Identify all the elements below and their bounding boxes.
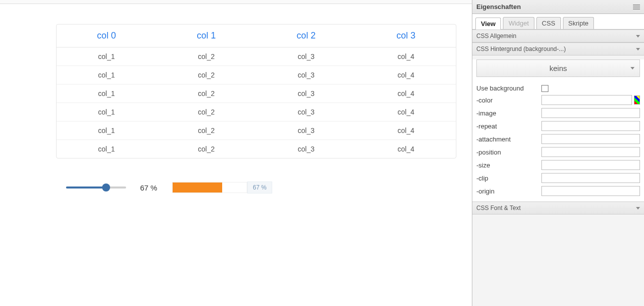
panel-tabs: View Widget CSS Skripte [472,14,644,30]
clip-input[interactable] [541,173,640,183]
cell: col_3 [256,122,356,140]
section-css-font[interactable]: CSS Font & Text [472,202,644,214]
cell: col_3 [256,66,356,84]
color-input[interactable] [541,95,632,105]
table-row: col_1col_2col_3col_4 [57,103,456,122]
prop-image: -image [472,106,644,120]
progress-fill [173,182,222,192]
table-row: col_1col_2col_3col_4 [57,48,456,66]
section-css-allgemein[interactable]: CSS Allgemein [472,30,644,42]
chevron-down-icon [636,207,640,210]
cell: col_2 [157,48,257,66]
panel-menu-icon[interactable] [633,4,640,10]
color-picker-icon[interactable] [634,96,640,104]
progress-widget: 67 % [172,182,272,194]
panel-title: Eigenschaften [476,3,521,10]
slider-fill [66,186,106,188]
prop-attachment: -attachment [472,132,644,146]
prop-repeat: -repeat [472,120,644,132]
table-header: col 3 [356,24,456,48]
cell: col_4 [356,84,456,103]
prop-position: -position [472,146,644,158]
section-body-hintergrund: keins Use background -color -image -repe… [472,60,644,202]
table-header: col 2 [256,24,356,48]
prop-label: -attachment [476,136,541,143]
cell: col_1 [57,84,157,103]
prop-color: -color [472,94,644,106]
slider-widget: 67 % [66,184,157,192]
table-row: col_1col_2col_3col_4 [57,140,456,158]
image-input[interactable] [541,108,640,118]
progress-value-label: 67 % [247,182,272,194]
cell: col_2 [157,140,257,158]
prop-label: -repeat [476,122,541,130]
section-css-hintergrund[interactable]: CSS Hintergrund (background-...) [472,42,644,56]
prop-label: -clip [476,174,541,182]
tab-widget[interactable]: Widget [503,17,534,29]
slider-handle[interactable] [102,184,110,192]
tab-css[interactable]: CSS [536,17,561,29]
table-header-row: col 0 col 1 col 2 col 3 [57,24,456,48]
table-header: col 0 [57,24,157,48]
table-header: col 1 [157,24,257,48]
use-background-checkbox[interactable] [541,85,548,92]
cell: col_4 [356,140,456,158]
cell: col_1 [57,140,157,158]
chevron-down-icon [636,35,640,38]
prop-size: -size [472,158,644,172]
prop-label: -size [476,162,541,169]
property-list: Use background -color -image -repeat -at… [472,81,644,202]
cell: col_1 [57,103,157,122]
table-body: col_1col_2col_3col_4 col_1col_2col_3col_… [57,48,456,158]
slider-track[interactable] [66,186,126,188]
cell: col_2 [157,66,257,84]
cell: col_2 [157,103,257,122]
tab-view[interactable]: View [475,18,501,30]
cell: col_4 [356,122,456,140]
tab-skripte[interactable]: Skripte [563,17,594,29]
cell: col_1 [57,48,157,66]
prop-label: -position [476,148,541,156]
chevron-down-icon [636,48,640,50]
prop-label: -origin [476,188,541,195]
properties-panel: Eigenschaften View Widget CSS Skripte CS… [472,0,644,306]
cell: col_4 [356,66,456,84]
table-row: col_1col_2col_3col_4 [57,84,456,103]
chevron-down-icon [630,67,634,70]
cell: col_3 [256,103,356,122]
table-row: col_1col_2col_3col_4 [57,66,456,84]
panel-header: Eigenschaften [472,0,644,14]
cell: col_4 [356,103,456,122]
cell: col_3 [256,140,356,158]
section-label: CSS Font & Text [476,204,520,212]
cell: col_3 [256,84,356,103]
cell: col_3 [256,48,356,66]
progress-bar [172,182,247,193]
origin-input[interactable] [541,186,640,196]
prop-origin: -origin [472,184,644,198]
cell: col_1 [57,66,157,84]
slider-value-label: 67 % [140,184,157,192]
repeat-input[interactable] [541,121,640,131]
table-row: col_1col_2col_3col_4 [57,122,456,140]
prop-label: -color [476,96,541,104]
table-widget: col 0 col 1 col 2 col 3 col_1col_2col_3c… [56,24,456,158]
controls-row: 67 % 67 % [56,182,472,194]
background-preset-select[interactable]: keins [476,60,640,77]
section-label: CSS Hintergrund (background-...) [476,46,566,52]
canvas-area: col 0 col 1 col 2 col 3 col_1col_2col_3c… [0,4,472,306]
prop-label: Use background [476,84,541,92]
section-label: CSS Allgemein [476,32,516,40]
cell: col_4 [356,48,456,66]
cell: col_2 [157,122,257,140]
cell: col_2 [157,84,257,103]
prop-use-background: Use background [472,83,644,94]
select-value: keins [549,64,567,72]
prop-clip: -clip [472,172,644,184]
position-input[interactable] [541,147,640,157]
size-input[interactable] [541,160,640,170]
cell: col_1 [57,122,157,140]
prop-label: -image [476,110,541,117]
attachment-input[interactable] [541,134,640,144]
